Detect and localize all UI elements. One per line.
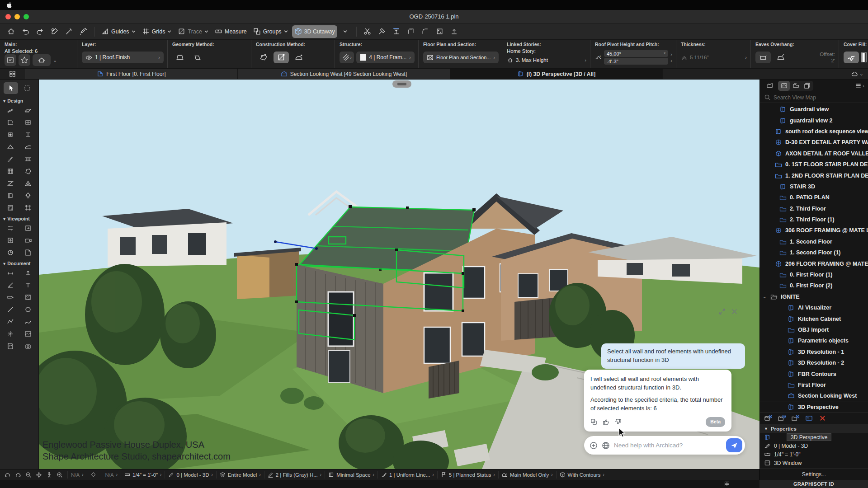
view-map-item[interactable]: 0. 1ST FLOOR STAIR PLAN DETAIL bbox=[760, 159, 868, 170]
grids-button[interactable]: Grids bbox=[140, 25, 174, 38]
chevron-down-icon[interactable]: ⌄ bbox=[53, 57, 57, 63]
hotspot-tool[interactable] bbox=[3, 328, 18, 340]
close-chat-icon[interactable] bbox=[731, 308, 738, 315]
status-na-1[interactable]: N/A› bbox=[67, 471, 87, 479]
floorplan-display-selector[interactable]: Floor Plan and Section...› bbox=[423, 52, 499, 63]
text-tool[interactable] bbox=[21, 279, 35, 291]
zoom-in-icon[interactable] bbox=[57, 472, 63, 478]
property-pen-set[interactable]: 0 | Model - 3D bbox=[760, 441, 868, 450]
home-story-value[interactable]: 3. Max Height bbox=[516, 57, 582, 63]
publisher-sets-button[interactable] bbox=[802, 81, 813, 91]
view-map-item[interactable]: Parametric objects bbox=[760, 335, 868, 346]
view-map-item[interactable]: 206 FLOOR FRAMING @ MATE LINE bbox=[760, 258, 868, 269]
toolbox-design-header[interactable]: ▾Design bbox=[0, 96, 38, 104]
favorites-button[interactable] bbox=[19, 54, 30, 66]
zone-tool[interactable] bbox=[3, 178, 18, 189]
view-map-item[interactable]: 1. 2ND FLOOR STAIR PLAN DETAIL bbox=[760, 170, 868, 181]
eaves-perpendicular-button[interactable] bbox=[755, 52, 771, 63]
organize-views-button[interactable] bbox=[0, 69, 25, 79]
wall-tool[interactable] bbox=[3, 104, 18, 116]
expand-chat-icon[interactable] bbox=[719, 308, 726, 315]
construction-plane-button[interactable] bbox=[274, 52, 289, 63]
morph-tool[interactable] bbox=[21, 165, 35, 177]
view-map-item[interactable]: Guardrail view bbox=[760, 104, 868, 115]
view-map-item[interactable]: FBR Contours bbox=[760, 368, 868, 379]
view-map-item[interactable]: AI Visualizer bbox=[760, 302, 868, 313]
elevation-tool[interactable] bbox=[21, 222, 35, 234]
interior-elevation-tool[interactable] bbox=[3, 235, 18, 246]
composite-selector[interactable]: 4 | Roof Fram...› bbox=[356, 52, 415, 63]
view-map-item[interactable]: 2. Third Floor bbox=[760, 203, 868, 214]
spline-tool[interactable] bbox=[21, 316, 35, 328]
level-dimension-tool[interactable] bbox=[21, 267, 35, 279]
tab-section-looking-west[interactable]: Section Looking West [49 Section Looking… bbox=[238, 69, 450, 79]
view-map-item[interactable]: Kitchen Cabinet bbox=[760, 313, 868, 324]
view-map-item[interactable]: 306 ROOF FRAMING @ MATE LINE bbox=[760, 225, 868, 236]
view-map-item[interactable]: 0. First Floor (2) bbox=[760, 280, 868, 291]
fill-tool[interactable] bbox=[21, 291, 35, 303]
inject-parameters-button[interactable] bbox=[62, 25, 75, 38]
status-pen-set[interactable]: 0 | Model - 3D› bbox=[165, 471, 216, 479]
layer-selector[interactable]: 1 | Roof.Finish› bbox=[82, 52, 164, 63]
copy-icon[interactable] bbox=[590, 418, 597, 425]
pan-icon[interactable] bbox=[36, 472, 42, 478]
adjust-tool-button[interactable] bbox=[376, 25, 388, 38]
status-dimension-style[interactable]: Minimal Space› bbox=[325, 471, 377, 479]
cloud-icon[interactable] bbox=[851, 70, 858, 77]
chevron-right-icon[interactable]: › bbox=[863, 83, 864, 89]
shell-tool[interactable] bbox=[21, 141, 35, 153]
view-map-item[interactable]: guardrail view 2 bbox=[760, 115, 868, 126]
thumbs-up-icon[interactable] bbox=[603, 418, 609, 425]
3d-cutaway-dropdown[interactable] bbox=[339, 25, 352, 38]
cover-fill-swatch[interactable] bbox=[861, 52, 867, 62]
view-map-item[interactable]: 1. Second Floor bbox=[760, 236, 868, 247]
column-tool[interactable] bbox=[3, 129, 18, 141]
view-map-item[interactable]: 0. First Floor (1) bbox=[760, 269, 868, 280]
property-window-type[interactable]: 3D Window bbox=[760, 459, 868, 467]
mesh-tool[interactable] bbox=[21, 178, 35, 189]
guides-button[interactable]: Guides bbox=[99, 25, 138, 38]
object-tool[interactable] bbox=[3, 190, 18, 202]
lamp-tool[interactable] bbox=[21, 190, 35, 202]
view-map-item-current[interactable]: 3D Perspective bbox=[760, 402, 868, 412]
apple-icon[interactable] bbox=[6, 1, 13, 9]
beam-tool[interactable] bbox=[21, 129, 35, 141]
marquee-tool[interactable] bbox=[20, 82, 34, 94]
new-folder-icon[interactable] bbox=[792, 414, 799, 422]
inject-alt-button[interactable] bbox=[77, 25, 90, 38]
view-map-item[interactable]: 0. PATIO PLAN bbox=[760, 192, 868, 203]
toolbox-viewpoint-header[interactable]: ▾Viewpoint bbox=[0, 214, 38, 222]
tab-first-floor[interactable]: First Floor [0. First Floor] bbox=[25, 69, 238, 79]
intersect-tool-button[interactable] bbox=[390, 25, 403, 38]
construction-dome-button[interactable] bbox=[291, 52, 307, 63]
view-settings-icon[interactable] bbox=[805, 414, 813, 422]
zoom-history-back-icon[interactable] bbox=[5, 472, 11, 478]
view-map-item[interactable]: OBJ Import bbox=[760, 324, 868, 335]
pivot-height-field[interactable]: -4'-3" bbox=[604, 58, 668, 65]
marker-tool[interactable] bbox=[21, 340, 35, 352]
view-map-item[interactable]: STAIR 3D bbox=[760, 181, 868, 192]
construction-complex-button[interactable] bbox=[256, 52, 271, 63]
save-view-icon[interactable] bbox=[764, 414, 772, 422]
trace-button[interactable]: Trace bbox=[175, 25, 211, 38]
navigator-menu-icon[interactable] bbox=[855, 82, 862, 89]
redo-button[interactable] bbox=[33, 25, 46, 38]
curtain-wall-tool[interactable] bbox=[3, 165, 18, 177]
geometry-singleplane-button[interactable] bbox=[190, 52, 205, 63]
element-settings-button[interactable] bbox=[5, 54, 16, 66]
zoom-history-forward-icon[interactable] bbox=[15, 472, 21, 478]
thumbs-down-icon[interactable] bbox=[615, 418, 622, 425]
layout-book-button[interactable] bbox=[790, 81, 802, 91]
roof-default-button[interactable] bbox=[33, 54, 51, 66]
opening-tool[interactable] bbox=[3, 202, 18, 214]
delete-icon[interactable] bbox=[819, 414, 826, 422]
view-map-item[interactable]: Section Looking West bbox=[760, 390, 868, 401]
window-tool[interactable] bbox=[21, 117, 35, 128]
home-button[interactable] bbox=[5, 25, 17, 38]
status-contours[interactable]: With Contours› bbox=[556, 471, 608, 479]
resize-tool-button[interactable] bbox=[434, 25, 446, 38]
tab-3d-perspective[interactable]: (I) 3D Perspective [3D / All] bbox=[450, 69, 663, 79]
status-na-2[interactable]: N/A› bbox=[102, 471, 121, 479]
composite-structure-button[interactable]: › bbox=[340, 52, 354, 63]
property-view-name[interactable]: 3D Perspective bbox=[760, 433, 868, 441]
